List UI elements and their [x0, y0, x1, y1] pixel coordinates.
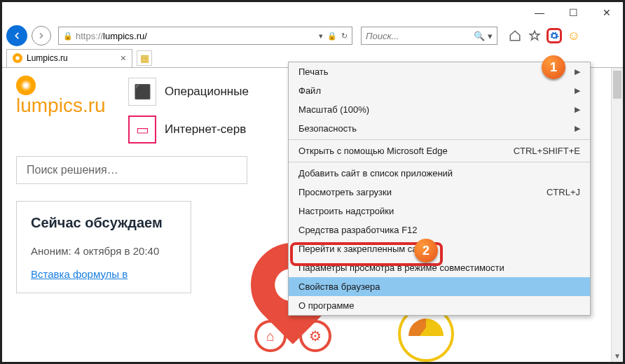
lock-small-icon: 🔒	[327, 31, 337, 41]
tools-gear-button[interactable]	[547, 28, 562, 43]
tab-active[interactable]: Lumpics.ru ×	[6, 49, 132, 67]
chevron-right-icon: ▶	[575, 67, 580, 76]
menu-pinned-sites[interactable]: Перейти к закрепленным сайтам	[289, 239, 590, 258]
arrow-right-icon	[37, 31, 46, 40]
browser-toolbar: 🔒 https://lumpics.ru/ ▾ 🔒 ↻ Поиск... 🔍 ▾…	[2, 23, 623, 48]
monitor-icon: ▭	[128, 115, 156, 144]
lock-icon: 🔒	[63, 31, 73, 41]
nav-forward-button[interactable]	[32, 26, 51, 46]
menu-downloads[interactable]: Просмотреть загрузкиCTRL+J	[289, 183, 590, 202]
site-search-input[interactable]: Поиск решения…	[16, 156, 247, 184]
vertical-scrollbar[interactable]: ▲ ▼	[611, 68, 623, 362]
scroll-thumb[interactable]	[613, 71, 621, 99]
search-bar[interactable]: Поиск... 🔍 ▾	[361, 27, 497, 45]
menu-file[interactable]: Файл▶	[289, 81, 590, 100]
shortcut-label: CTRL+J	[547, 187, 580, 197]
menu-zoom[interactable]: Масштаб (100%)▶	[289, 100, 590, 119]
window-minimize-button[interactable]: —	[529, 5, 550, 20]
menu-compat-view[interactable]: Параметры просмотра в режиме совместимос…	[289, 258, 590, 277]
discuss-widget: Сейчас обсуждаем Аноним: 4 октября в 20:…	[16, 201, 191, 293]
window-titlebar: — ☐ ✕	[2, 2, 623, 23]
search-dropdown-icon[interactable]: ▾	[488, 31, 493, 41]
chevron-right-icon: ▶	[575, 86, 580, 95]
tab-favicon	[13, 53, 22, 63]
chevron-right-icon: ▶	[575, 105, 580, 114]
url-domain: lumpics.ru/	[103, 31, 147, 41]
category-link-os[interactable]: ⬛ Операционные	[128, 78, 249, 106]
tab-close-button[interactable]: ×	[121, 52, 126, 64]
discuss-meta: Аноним: 4 октября в 20:40	[31, 243, 177, 260]
site-logo[interactable]: lumpics.ru	[16, 74, 114, 117]
url-protocol: https://	[76, 31, 103, 41]
favorites-icon[interactable]	[527, 28, 542, 43]
tools-context-menu: Печать▶ Файл▶ Масштаб (100%)▶ Безопаснос…	[288, 62, 591, 316]
gear-icon	[549, 29, 559, 42]
discuss-link[interactable]: Вставка формулы в	[31, 268, 128, 280]
menu-safety[interactable]: Безопасность▶	[289, 119, 590, 138]
box-icon: ⬛	[128, 78, 156, 106]
shortcut-label: CTRL+SHIFT+E	[514, 146, 580, 156]
search-placeholder: Поиск...	[366, 31, 399, 41]
window-maximize-button[interactable]: ☐	[563, 5, 584, 20]
category-link-internet[interactable]: ▭ Интернет-серв	[128, 115, 249, 144]
refresh-icon[interactable]: ↻	[341, 31, 348, 41]
address-bar[interactable]: 🔒 https://lumpics.ru/ ▾ 🔒 ↻	[58, 27, 352, 45]
menu-open-edge[interactable]: Открыть с помощью Microsoft EdgeCTRL+SHI…	[289, 141, 590, 160]
home-icon[interactable]	[507, 28, 523, 43]
feedback-icon[interactable]: ☺	[566, 28, 582, 43]
menu-devtools[interactable]: Средства разработчика F12	[289, 220, 590, 239]
menu-internet-options[interactable]: Свойства браузера	[289, 277, 590, 296]
new-tab-button[interactable]: ▦	[137, 50, 152, 66]
menu-addons[interactable]: Настроить надстройки	[289, 202, 590, 220]
url-dropdown-icon[interactable]: ▾	[319, 31, 323, 41]
discuss-heading: Сейчас обсуждаем	[31, 214, 177, 232]
arrow-left-icon	[12, 31, 22, 41]
tab-title: Lumpics.ru	[27, 53, 68, 63]
step-badge-1: 1	[542, 55, 565, 79]
menu-add-site[interactable]: Добавить сайт в список приложений	[289, 164, 590, 183]
search-icon[interactable]: 🔍	[474, 31, 485, 41]
nav-back-button[interactable]	[6, 25, 27, 46]
step-badge-2: 2	[414, 239, 438, 262]
menu-about[interactable]: О программе	[289, 296, 590, 315]
chevron-right-icon: ▶	[575, 124, 580, 133]
scroll-down-icon[interactable]: ▼	[612, 350, 623, 362]
window-close-button[interactable]: ✕	[596, 5, 617, 20]
